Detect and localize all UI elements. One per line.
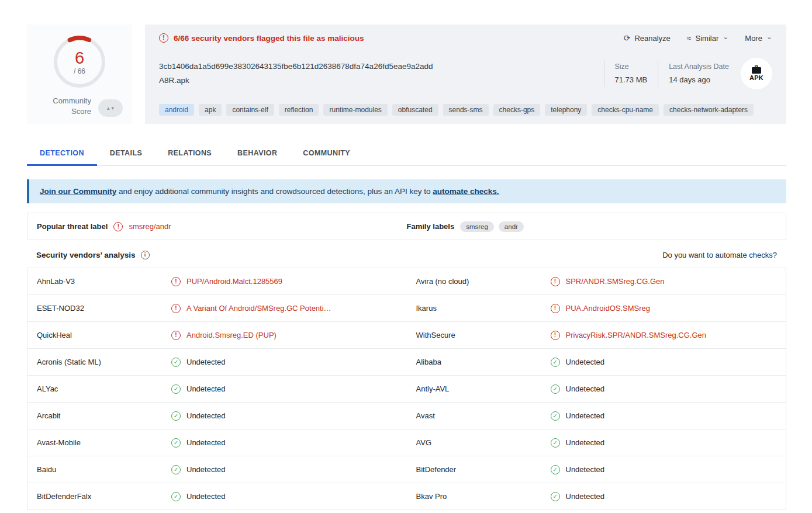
- check-icon: ✓: [551, 465, 560, 474]
- file-tag[interactable]: obfuscated: [392, 104, 438, 116]
- family-labels-title: Family labels: [407, 222, 455, 231]
- file-tag[interactable]: contains-elf: [226, 104, 274, 116]
- file-tag[interactable]: checks-gps: [493, 104, 541, 116]
- community-vote-widget[interactable]: ▴ ▾: [98, 99, 123, 117]
- last-analysis-label: Last Analysis Date: [669, 63, 729, 71]
- file-tag[interactable]: reflection: [279, 104, 319, 116]
- tab-behavior[interactable]: BEHAVIOR: [224, 140, 290, 166]
- result-text[interactable]: PUA.AndroidOS.SMSreg: [566, 304, 651, 313]
- score-value: 6: [75, 49, 84, 67]
- alert-icon: !: [551, 277, 560, 286]
- detection-row: AhnLab-V3 ! PUP/Android.Malct.1285569 Av…: [27, 268, 786, 295]
- alert-icon: !: [171, 277, 181, 286]
- score-total: / 66: [74, 67, 85, 75]
- file-tag[interactable]: checks-cpu-name: [592, 104, 659, 116]
- detection-cell: AVG ✓ Undetected: [407, 429, 786, 456]
- vendor-name: Acronis (Static ML): [37, 358, 171, 366]
- result-text: Undetected: [186, 492, 226, 501]
- detection-row: QuickHeal ! Android.Smsreg.ED (PUP) With…: [27, 322, 786, 349]
- vendor-name: AVG: [416, 438, 551, 447]
- vote-down-icon[interactable]: ▾: [112, 105, 115, 111]
- check-icon: ✓: [171, 438, 181, 448]
- family-badge[interactable]: smsreg: [460, 221, 494, 232]
- report-tabs: DETECTION DETAILS RELATIONS BEHAVIOR COM…: [27, 140, 786, 166]
- file-tag[interactable]: telephony: [545, 104, 587, 116]
- vendor-name: Avira (no cloud): [416, 277, 551, 286]
- threat-label-box: Popular threat label ! smsreg/andr Famil…: [27, 213, 786, 240]
- result-text[interactable]: PUP/Android.Malct.1285569: [186, 277, 282, 286]
- result-text: Undetected: [566, 411, 605, 420]
- tab-relations[interactable]: RELATIONS: [155, 140, 224, 166]
- result-text: Undetected: [186, 384, 226, 393]
- tab-detection[interactable]: DETECTION: [27, 140, 97, 166]
- popular-threat-label-value[interactable]: smsreg/andr: [129, 222, 171, 231]
- result-text[interactable]: Android.Smsreg.ED (PUP): [186, 331, 277, 339]
- alert-icon: !: [551, 331, 560, 340]
- vendor-name: Bkav Pro: [416, 492, 551, 501]
- info-icon[interactable]: i: [141, 251, 150, 259]
- header-actions: ⟳ Reanalyze ≈ Similar ⌄ More ⌄: [624, 33, 772, 43]
- divider: [604, 60, 604, 87]
- file-tag[interactable]: runtime-modules: [323, 104, 387, 116]
- tab-details[interactable]: DETAILS: [97, 140, 155, 166]
- result-text: Undetected: [566, 438, 605, 447]
- vendor-name: ALYac: [37, 384, 171, 393]
- result-text[interactable]: SPR/ANDR.SMSreg.CG.Gen: [566, 277, 665, 286]
- similar-button[interactable]: ≈ Similar ⌄: [687, 33, 728, 43]
- alert-icon: !: [171, 331, 181, 340]
- detection-cell: BitDefender ✓ Undetected: [407, 456, 786, 483]
- detection-cell: QuickHeal ! Android.Smsreg.ED (PUP): [27, 322, 407, 348]
- file-tag[interactable]: sends-sms: [443, 104, 489, 116]
- file-tags: androidapkcontains-elfreflectionruntime-…: [159, 104, 772, 116]
- vendor-name: Alibaba: [416, 358, 551, 366]
- vendor-name: Ikarus: [416, 304, 551, 313]
- check-icon: ✓: [171, 492, 181, 501]
- file-summary-header: 6 / 66 Community Score ▴ ▾: [27, 25, 786, 124]
- check-icon: ✓: [171, 465, 181, 474]
- vendor-name: AhnLab-V3: [37, 277, 171, 286]
- file-tag[interactable]: checks-network-adapters: [664, 104, 754, 116]
- result-text[interactable]: PrivacyRisk.SPR/ANDR.SMSreg.CG.Gen: [566, 331, 707, 339]
- vendor-name: QuickHeal: [37, 331, 171, 339]
- detection-cell: ESET-NOD32 ! A Variant Of Android/SMSreg…: [27, 295, 407, 321]
- file-tag[interactable]: apk: [199, 104, 222, 116]
- automate-checks-link[interactable]: automate checks.: [433, 187, 499, 196]
- result-text: Undetected: [186, 438, 226, 447]
- reanalyze-button[interactable]: ⟳ Reanalyze: [624, 33, 671, 43]
- result-text[interactable]: A Variant Of Android/SMSreg.GC Potenti…: [186, 304, 331, 313]
- vendor-name: Avast-Mobile: [37, 438, 171, 447]
- size-label: Size: [615, 63, 648, 71]
- join-community-link[interactable]: Join our Community: [40, 187, 116, 196]
- community-score-label: Community Score: [53, 96, 91, 117]
- family-badge[interactable]: andr: [499, 221, 524, 232]
- result-text: Undetected: [566, 465, 605, 474]
- detection-cell: Avast-Mobile ✓ Undetected: [27, 429, 407, 456]
- file-tag[interactable]: android: [159, 104, 194, 116]
- vote-up-icon[interactable]: ▴: [107, 105, 110, 111]
- chevron-down-icon: ⌄: [723, 33, 728, 41]
- detection-cell: Avira (no cloud) ! SPR/ANDR.SMSreg.CG.Ge…: [407, 268, 786, 294]
- more-button[interactable]: More ⌄: [745, 34, 772, 43]
- result-text: Undetected: [566, 492, 605, 501]
- check-icon: ✓: [551, 492, 560, 501]
- analysis-heading: Security vendors’ analysis i Do you want…: [27, 240, 786, 268]
- reanalyze-icon: ⟳: [624, 33, 631, 43]
- check-icon: ✓: [551, 384, 560, 394]
- detection-cell: Antiy-AVL ✓ Undetected: [407, 376, 786, 402]
- detection-cell: Baidu ✓ Undetected: [27, 456, 407, 483]
- virustotal-report-page: 6 / 66 Community Score ▴ ▾: [0, 0, 812, 513]
- check-icon: ✓: [551, 411, 560, 421]
- automate-checks-prompt[interactable]: Do you want to automate checks?: [662, 251, 777, 259]
- family-badges: smsregandr: [460, 221, 524, 232]
- result-text: Undetected: [566, 358, 605, 366]
- vendor-name: Avast: [416, 411, 551, 420]
- result-text: Undetected: [186, 358, 226, 366]
- chevron-down-icon: ⌄: [766, 33, 772, 41]
- community-score-panel: 6 / 66 Community Score ▴ ▾: [27, 25, 132, 124]
- detection-row: Baidu ✓ Undetected BitDefender ✓ Undetec…: [27, 456, 786, 483]
- check-icon: ✓: [551, 358, 560, 367]
- community-banner: Join our Community and enjoy additional …: [27, 179, 786, 203]
- file-sha256[interactable]: 3cb1406da1a5d699e38302643135fbe6b121d263…: [159, 62, 433, 71]
- detection-cell: Alibaba ✓ Undetected: [407, 349, 786, 375]
- tab-community[interactable]: COMMUNITY: [290, 140, 363, 166]
